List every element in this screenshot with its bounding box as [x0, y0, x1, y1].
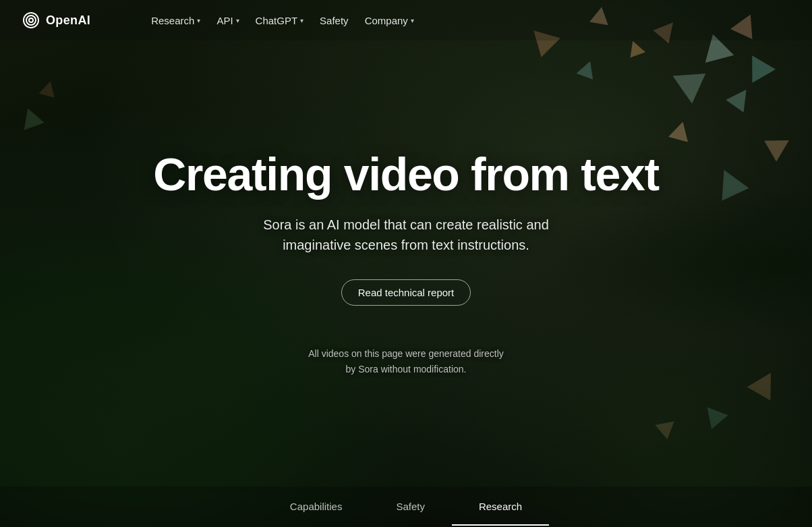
logo-text: OpenAI	[46, 13, 90, 28]
nav-links-list: Research ▾ API ▾ ChatGPT ▾ Safety Compan…	[144, 11, 421, 30]
nav-item-chatgpt: ChatGPT ▾	[249, 11, 311, 30]
read-technical-report-button[interactable]: Read technical report	[341, 279, 471, 306]
nav-item-research: Research ▾	[144, 11, 207, 30]
bottom-tab-bar: Capabilities Safety Research	[0, 487, 812, 527]
nav-link-api[interactable]: API ▾	[210, 11, 245, 30]
chevron-down-icon: ▾	[300, 17, 303, 24]
openai-logo-icon	[22, 11, 40, 30]
hero-subtitle: Sora is an AI model that can create real…	[237, 215, 575, 255]
chevron-down-icon: ▾	[411, 17, 414, 24]
nav-item-safety: Safety	[313, 11, 355, 30]
nav-item-company: Company ▾	[358, 11, 421, 30]
chevron-down-icon: ▾	[236, 17, 239, 24]
nav-link-company[interactable]: Company ▾	[358, 11, 421, 30]
nav-item-api: API ▾	[210, 11, 245, 30]
hero-section: Creating video from text Sora is an AI m…	[0, 0, 812, 527]
tab-safety[interactable]: Safety	[369, 489, 452, 526]
tab-research[interactable]: Research	[452, 489, 549, 526]
hero-notice: All videos on this page were generated d…	[308, 346, 504, 377]
hero-title: Creating video from text	[153, 150, 659, 198]
nav-link-chatgpt[interactable]: ChatGPT ▾	[249, 11, 311, 30]
nav-link-research[interactable]: Research ▾	[144, 11, 207, 30]
logo-link[interactable]: OpenAI	[22, 11, 90, 30]
chevron-down-icon: ▾	[197, 17, 200, 24]
tab-capabilities[interactable]: Capabilities	[263, 489, 370, 526]
nav-link-safety[interactable]: Safety	[313, 11, 355, 30]
main-nav: OpenAI Research ▾ API ▾ ChatGPT ▾ Safety	[0, 0, 812, 40]
